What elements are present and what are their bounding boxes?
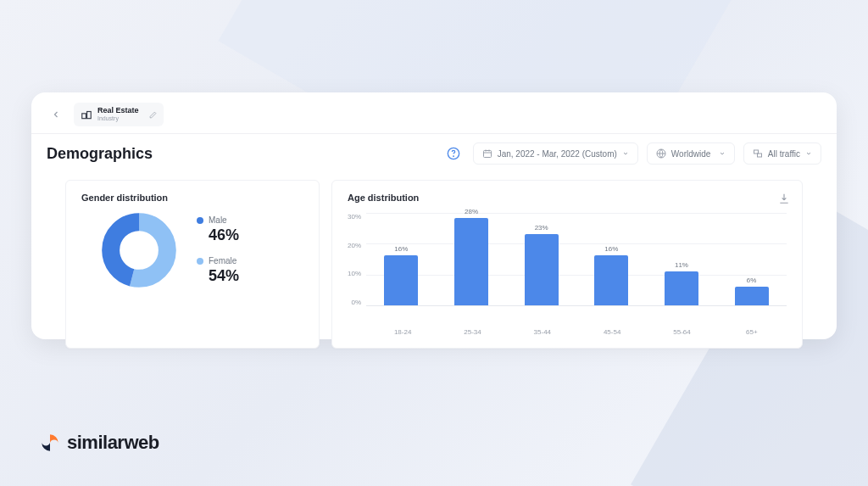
industry-icon [81, 109, 92, 120]
bar-value-label: 11% [675, 261, 688, 269]
gender-card: Gender distribution Male 46% [65, 180, 320, 349]
x-tick: 35-44 [517, 328, 568, 336]
chevron-down-icon [622, 150, 629, 157]
date-range-selector[interactable]: Jan, 2022 - Mar, 2022 (Custom) [473, 142, 638, 165]
svg-rect-6 [754, 150, 758, 154]
y-tick: 0% [351, 299, 361, 306]
age-card-title: Age distribution [348, 193, 787, 203]
brand-name: similarweb [67, 432, 159, 454]
app-panel: Real Estate Industry Demographics Jan, 2… [31, 92, 837, 339]
page-header: Demographics Jan, 2022 - Mar, 2022 (Cust… [31, 134, 837, 165]
gender-card-title: Gender distribution [81, 193, 303, 203]
female-label: Female [209, 256, 236, 265]
age-bar-chart: 30% 20% 10% 0% 16%28%23%16%11%6% [348, 213, 787, 323]
bar [454, 218, 488, 305]
bar-col: 16% [586, 245, 637, 305]
context-chip[interactable]: Real Estate Industry [74, 103, 164, 126]
svg-rect-7 [757, 154, 761, 157]
chevron-down-icon [719, 150, 726, 157]
male-percentage: 46% [209, 226, 239, 244]
svg-point-10 [111, 222, 168, 279]
page-title: Demographics [47, 145, 434, 163]
legend-female: Female 54% [197, 256, 239, 285]
date-range-label: Jan, 2022 - Mar, 2022 (Custom) [498, 149, 617, 159]
x-tick: 65+ [726, 328, 777, 336]
back-arrow-icon [51, 109, 61, 120]
svg-point-3 [453, 156, 453, 157]
legend-dot-male [197, 217, 203, 224]
age-card: Age distribution 30% 20% 10% 0% 16%28%23… [331, 180, 803, 349]
x-tick: 45-54 [587, 328, 637, 336]
region-label: Worldwide [671, 149, 714, 159]
x-tick: 55-64 [656, 328, 707, 336]
bar-value-label: 16% [394, 245, 408, 253]
help-icon [447, 147, 460, 160]
legend-dot-female [197, 258, 203, 265]
help-button[interactable] [442, 142, 465, 165]
y-tick: 30% [348, 213, 361, 221]
male-label: Male [209, 215, 227, 225]
bar-value-label: 28% [465, 208, 478, 215]
globe-icon [656, 148, 666, 159]
x-axis: 18-2425-3435-4445-5455-6465+ [368, 328, 787, 336]
chevron-down-icon [805, 150, 812, 157]
female-percentage: 54% [209, 267, 239, 285]
context-title: Real Estate [97, 107, 139, 115]
svg-rect-0 [82, 114, 86, 119]
similarweb-logo-icon [40, 433, 60, 453]
gender-donut-chart [102, 213, 176, 288]
x-tick: 25-34 [447, 328, 498, 336]
download-icon [778, 193, 790, 204]
svg-rect-1 [87, 112, 92, 119]
gender-legend: Male 46% Female 54% [197, 215, 239, 285]
traffic-label: All traffic [768, 149, 800, 159]
bars-area: 16%28%23%16%11%6% [366, 213, 787, 306]
y-tick: 10% [348, 270, 361, 277]
bar-value-label: 6% [747, 277, 757, 284]
brand-logo: similarweb [40, 432, 159, 454]
bar [665, 271, 698, 305]
download-button[interactable] [778, 193, 790, 208]
region-selector[interactable]: Worldwide [647, 142, 735, 165]
bar-value-label: 16% [604, 245, 618, 253]
bar-col: 6% [726, 277, 777, 305]
y-axis: 30% 20% 10% 0% [348, 213, 366, 306]
traffic-icon [753, 148, 763, 159]
bar-col: 16% [376, 245, 426, 305]
back-button[interactable] [47, 105, 65, 124]
cards-row: Gender distribution Male 46% [31, 165, 837, 364]
bar-col: 28% [446, 208, 497, 305]
legend-male: Male 46% [197, 215, 239, 244]
edit-context-button[interactable] [149, 107, 157, 122]
svg-rect-4 [483, 151, 491, 158]
bar-col: 11% [656, 261, 707, 305]
bar [525, 234, 559, 305]
bar [594, 255, 628, 305]
bar [735, 287, 769, 305]
bar-col: 23% [516, 224, 567, 305]
context-bar: Real Estate Industry [31, 92, 837, 134]
context-subtitle: Industry [97, 115, 139, 122]
bar [384, 255, 418, 305]
calendar-icon [482, 148, 492, 159]
bar-value-label: 23% [535, 224, 548, 232]
pencil-icon [149, 111, 157, 119]
traffic-selector[interactable]: All traffic [743, 142, 821, 165]
y-tick: 20% [348, 242, 361, 249]
x-tick: 18-24 [377, 328, 428, 336]
